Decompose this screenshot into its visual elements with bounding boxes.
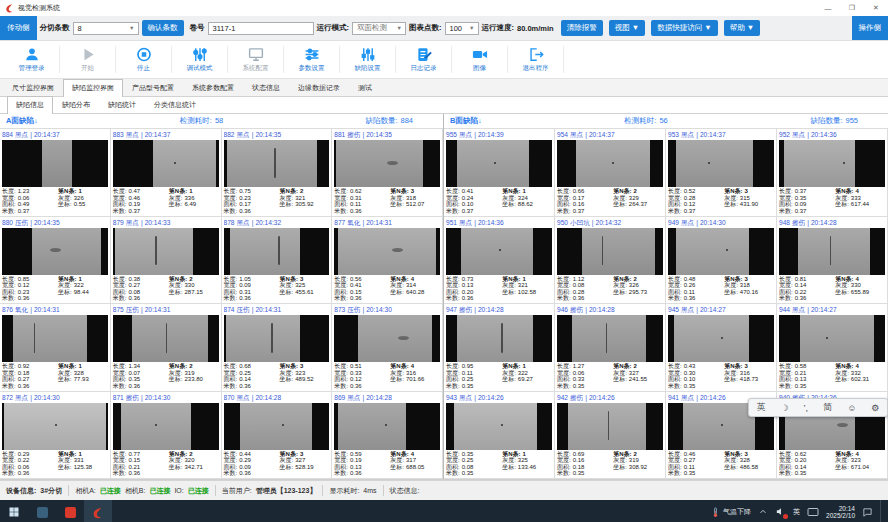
clear-alarm-button[interactable]: 清除报警: [561, 20, 603, 36]
defect-thumbnail[interactable]: [2, 403, 108, 450]
defect-thumbnail[interactable]: [779, 228, 885, 275]
defect-thumbnail[interactable]: [668, 140, 774, 187]
defect-thumbnail[interactable]: [224, 140, 330, 187]
defect-cell[interactable]: 950小凹坑|20:14:32 长度:1.12 宽度:0.08 面积:0.28 …: [555, 217, 666, 305]
defect-thumbnail[interactable]: [557, 228, 663, 275]
ime-punctuation-toggle[interactable]: ’,: [804, 403, 809, 413]
start-button[interactable]: 开始: [60, 41, 115, 78]
ime-lang-toggle[interactable]: 英: [757, 401, 766, 414]
defect-cell[interactable]: 943黑点|20:14:26 长度:0.35 宽度:0.25 面积:0.08 米…: [444, 392, 555, 480]
defect-thumbnail[interactable]: [113, 140, 219, 187]
defect-cell[interactable]: 949黑点|20:14:30 长度:0.48 宽度:0.26 面积:0.11 米…: [666, 217, 777, 305]
system-config-button[interactable]: 系统配置: [228, 41, 283, 78]
defect-cell[interactable]: 955黑点|20:14:39 长度:0.41 宽度:0.24 面积:0.10 米…: [444, 129, 555, 217]
defect-cell[interactable]: 878黑点|20:14:32 长度:1.05 宽度:0.09 面积:0.31 米…: [222, 217, 333, 305]
defect-thumbnail[interactable]: [2, 140, 108, 187]
taskbar-clock[interactable]: 20:14 2025/2/10: [826, 505, 855, 520]
ime-language-indicator[interactable]: 英: [793, 507, 800, 517]
defect-cell[interactable]: 871擦伤|20:14:30 长度:0.77 宽度:0.15 面积:0.21 米…: [111, 392, 222, 480]
defect-thumbnail[interactable]: [446, 228, 552, 275]
close-button[interactable]: ✕: [864, 0, 888, 16]
data-quick-access-menu-button[interactable]: 数据快捷访问 ▼: [651, 20, 718, 36]
maximize-button[interactable]: ❐: [840, 0, 864, 16]
defect-cell[interactable]: 946擦伤|20:14:28 长度:1.27 宽度:0.06 面积:0.33 米…: [555, 304, 666, 392]
defect-cell[interactable]: 954黑点|20:14:37 长度:0.66 宽度:0.17 面积:0.16 米…: [555, 129, 666, 217]
defect-cell[interactable]: 945黑点|20:14:27 长度:0.43 宽度:0.30 面积:0.10 米…: [666, 304, 777, 392]
defect-thumbnail[interactable]: [2, 228, 108, 275]
defect-cell[interactable]: 872黑点|20:14:30 长度:0.29 宽度:0.22 面积:0.06 米…: [0, 392, 111, 480]
defect-cell[interactable]: 948擦伤|20:14:28 长度:0.81 宽度:0.14 面积:0.22 米…: [777, 217, 888, 305]
weather-tray-item[interactable]: 气温下降: [710, 507, 751, 518]
defect-thumbnail[interactable]: [334, 315, 440, 362]
defect-cell[interactable]: 951黑点|20:14:36 长度:0.73 宽度:0.13 面积:0.20 米…: [444, 217, 555, 305]
minimize-button[interactable]: —: [816, 0, 840, 16]
defect-cell[interactable]: 877氧化|20:14:31 长度:0.56 宽度:0.41 面积:0.15 米…: [332, 217, 443, 305]
defect-thumbnail[interactable]: [113, 228, 219, 275]
main-tab-5[interactable]: 边缘数据记录: [289, 79, 349, 96]
defect-thumbnail[interactable]: [224, 315, 330, 362]
sub-tab-0[interactable]: 缺陷信息: [7, 96, 53, 114]
defect-thumbnail[interactable]: [2, 315, 108, 362]
defect-cell[interactable]: 881擦伤|20:14:35 长度:0.62 宽度:0.31 面积:0.11 米…: [332, 129, 443, 217]
defect-thumbnail[interactable]: [224, 403, 330, 450]
panel-a-title[interactable]: A面缺陷↓: [6, 116, 38, 126]
defect-thumbnail[interactable]: [334, 140, 440, 187]
defect-cell[interactable]: 952黑点|20:14:36 长度:0.37 宽度:0.35 面积:0.09 米…: [777, 129, 888, 217]
defect-thumbnail[interactable]: [446, 140, 552, 187]
help-menu-button[interactable]: 帮助 ▼: [724, 20, 761, 36]
panel-b-title[interactable]: B面缺陷↓: [450, 116, 482, 126]
defect-cell[interactable]: 876氧化|20:14:31 长度:0.92 宽度:0.18 面积:0.27 米…: [0, 304, 111, 392]
defect-thumbnail[interactable]: [334, 228, 440, 275]
stop-button[interactable]: 停止: [116, 41, 171, 78]
defect-thumbnail[interactable]: [224, 228, 330, 275]
defect-thumbnail[interactable]: [446, 315, 552, 362]
chart-points-select[interactable]: 100▼: [445, 22, 479, 35]
ime-fullhalf-moon-icon[interactable]: ☽: [781, 403, 789, 413]
defect-cell[interactable]: 874压伤|20:14:31 长度:0.68 宽度:0.25 面积:0.14 米…: [222, 304, 333, 392]
defect-thumbnail[interactable]: [113, 315, 219, 362]
roll-number-input[interactable]: 3117-1: [208, 22, 314, 35]
main-tab-4[interactable]: 状态信息: [243, 79, 289, 96]
volume-tray-item[interactable]: [775, 506, 786, 518]
defect-cell[interactable]: 882黑点|20:14:35 长度:0.75 宽度:0.23 面积:0.17 米…: [222, 129, 333, 217]
image-button[interactable]: 图像: [452, 41, 507, 78]
split-count-select[interactable]: 8▼: [73, 22, 139, 35]
defect-thumbnail[interactable]: [113, 403, 219, 450]
sub-tab-3[interactable]: 分类信息统计: [145, 96, 205, 113]
start-button[interactable]: [0, 500, 28, 522]
debug-mode-button[interactable]: 调试模式: [172, 41, 227, 78]
main-tab-2[interactable]: 产品型号配置: [123, 79, 183, 96]
defect-thumbnail[interactable]: [557, 403, 663, 450]
defect-thumbnail[interactable]: [557, 140, 663, 187]
keyboard-icon[interactable]: [807, 507, 819, 517]
tray-expand-chevron-icon[interactable]: [758, 507, 768, 517]
parameter-settings-button[interactable]: 参数设置: [284, 41, 339, 78]
drive-side-button[interactable]: 传动侧: [0, 16, 37, 40]
defect-cell[interactable]: 873压伤|20:14:30 长度:0.51 宽度:0.33 面积:0.12 米…: [332, 304, 443, 392]
defect-cell[interactable]: 884黑点|20:14:37 长度:1.23 宽度:0.06 面积:0.49 米…: [0, 129, 111, 217]
main-tab-3[interactable]: 系统参数配置: [183, 79, 243, 96]
defect-thumbnail[interactable]: [557, 315, 663, 362]
ime-emoji-icon[interactable]: ☺: [847, 403, 856, 413]
exit-program-button[interactable]: 退出程序: [508, 41, 563, 78]
defect-thumbnail[interactable]: [668, 315, 774, 362]
defect-thumbnail[interactable]: [779, 140, 885, 187]
sub-tab-1[interactable]: 缺陷分布: [53, 96, 99, 113]
defect-cell[interactable]: 947擦伤|20:14:28 长度:0.95 宽度:0.11 面积:0.25 米…: [444, 304, 555, 392]
confirm-count-button[interactable]: 确认条数: [142, 20, 184, 36]
sub-tab-2[interactable]: 缺陷统计: [99, 96, 145, 113]
defect-cell[interactable]: 870黑点|20:14:28 长度:0.44 宽度:0.29 面积:0.09 米…: [222, 392, 333, 480]
main-tab-0[interactable]: 尺寸监控界面: [3, 79, 63, 96]
defect-cell[interactable]: 953黑点|20:14:37 长度:0.52 宽度:0.28 面积:0.12 米…: [666, 129, 777, 217]
defect-cell[interactable]: 944黑点|20:14:27 长度:0.58 宽度:0.21 面积:0.13 米…: [777, 304, 888, 392]
defect-thumbnail[interactable]: [334, 403, 440, 450]
defect-cell[interactable]: 875压伤|20:14:31 长度:1.34 宽度:0.07 面积:0.35 米…: [111, 304, 222, 392]
defect-thumbnail[interactable]: [668, 228, 774, 275]
taskbar-app-2[interactable]: [56, 500, 84, 522]
run-mode-select[interactable]: 双面检测▼: [352, 22, 406, 35]
operator-side-button[interactable]: 操作侧: [852, 16, 888, 40]
defect-thumbnail[interactable]: [779, 315, 885, 362]
main-tab-6[interactable]: 测试: [349, 79, 381, 96]
defect-cell[interactable]: 869黑点|20:14:28 长度:0.59 宽度:0.19 面积:0.13 米…: [332, 392, 443, 480]
show-desktop-strip[interactable]: [880, 500, 885, 522]
